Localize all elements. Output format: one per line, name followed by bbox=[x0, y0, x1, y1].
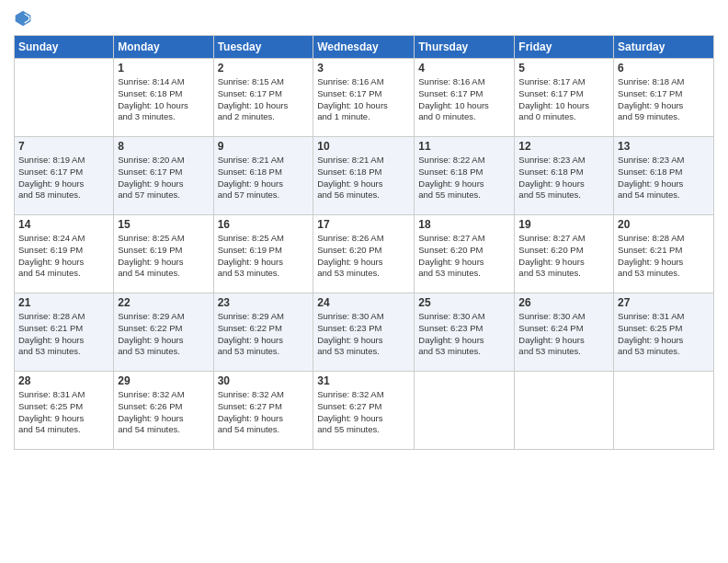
calendar-cell: 7Sunrise: 8:19 AMSunset: 6:17 PMDaylight… bbox=[15, 137, 114, 215]
weekday-header-saturday: Saturday bbox=[614, 36, 714, 59]
day-info: Sunrise: 8:32 AMSunset: 6:27 PMDaylight:… bbox=[317, 389, 410, 436]
day-number: 13 bbox=[618, 140, 710, 153]
calendar-cell: 27Sunrise: 8:31 AMSunset: 6:25 PMDayligh… bbox=[614, 293, 714, 372]
day-number: 7 bbox=[18, 140, 109, 153]
calendar-cell: 25Sunrise: 8:30 AMSunset: 6:23 PMDayligh… bbox=[415, 293, 515, 372]
calendar-cell: 29Sunrise: 8:32 AMSunset: 6:26 PMDayligh… bbox=[114, 372, 213, 450]
day-number: 22 bbox=[118, 296, 209, 309]
calendar-cell: 6Sunrise: 8:18 AMSunset: 6:17 PMDaylight… bbox=[614, 59, 714, 137]
day-info: Sunrise: 8:30 AMSunset: 6:24 PMDaylight:… bbox=[518, 311, 609, 358]
day-info: Sunrise: 8:32 AMSunset: 6:26 PMDaylight:… bbox=[118, 389, 209, 436]
day-info: Sunrise: 8:30 AMSunset: 6:23 PMDaylight:… bbox=[418, 311, 510, 358]
day-info: Sunrise: 8:22 AMSunset: 6:18 PMDaylight:… bbox=[418, 155, 510, 201]
weekday-header-wednesday: Wednesday bbox=[313, 36, 415, 59]
calendar-cell: 12Sunrise: 8:23 AMSunset: 6:18 PMDayligh… bbox=[515, 137, 614, 215]
weekday-header-sunday: Sunday bbox=[15, 36, 114, 59]
calendar-week-row: 21Sunrise: 8:28 AMSunset: 6:21 PMDayligh… bbox=[15, 293, 714, 372]
day-info: Sunrise: 8:16 AMSunset: 6:17 PMDaylight:… bbox=[317, 76, 410, 123]
calendar-cell: 3Sunrise: 8:16 AMSunset: 6:17 PMDaylight… bbox=[313, 59, 415, 137]
day-number: 16 bbox=[218, 218, 310, 231]
page-header bbox=[14, 9, 714, 28]
day-number: 23 bbox=[218, 296, 310, 309]
calendar-cell: 16Sunrise: 8:25 AMSunset: 6:19 PMDayligh… bbox=[213, 215, 313, 293]
calendar-cell: 10Sunrise: 8:21 AMSunset: 6:18 PMDayligh… bbox=[313, 137, 415, 215]
calendar-week-row: 1Sunrise: 8:14 AMSunset: 6:18 PMDaylight… bbox=[15, 59, 714, 137]
day-info: Sunrise: 8:27 AMSunset: 6:20 PMDaylight:… bbox=[518, 233, 609, 280]
calendar-cell bbox=[415, 372, 515, 450]
calendar-cell: 26Sunrise: 8:30 AMSunset: 6:24 PMDayligh… bbox=[515, 293, 614, 372]
weekday-header-monday: Monday bbox=[114, 36, 213, 59]
day-number: 5 bbox=[518, 62, 609, 75]
page-container: SundayMondayTuesdayWednesdayThursdayFrid… bbox=[0, 0, 728, 563]
calendar-cell: 17Sunrise: 8:26 AMSunset: 6:20 PMDayligh… bbox=[313, 215, 415, 293]
calendar-week-row: 28Sunrise: 8:31 AMSunset: 6:25 PMDayligh… bbox=[15, 372, 714, 450]
day-number: 12 bbox=[518, 140, 609, 153]
calendar-cell: 22Sunrise: 8:29 AMSunset: 6:22 PMDayligh… bbox=[114, 293, 213, 372]
day-number: 3 bbox=[317, 62, 410, 75]
day-info: Sunrise: 8:24 AMSunset: 6:19 PMDaylight:… bbox=[18, 233, 109, 280]
calendar-week-row: 7Sunrise: 8:19 AMSunset: 6:17 PMDaylight… bbox=[15, 137, 714, 215]
calendar-cell bbox=[15, 59, 114, 137]
calendar-cell: 4Sunrise: 8:16 AMSunset: 6:17 PMDaylight… bbox=[415, 59, 515, 137]
calendar-cell: 30Sunrise: 8:32 AMSunset: 6:27 PMDayligh… bbox=[213, 372, 313, 450]
calendar-table: SundayMondayTuesdayWednesdayThursdayFrid… bbox=[14, 35, 714, 450]
day-number: 29 bbox=[118, 374, 209, 387]
calendar-cell: 11Sunrise: 8:22 AMSunset: 6:18 PMDayligh… bbox=[415, 137, 515, 215]
day-number: 19 bbox=[518, 218, 609, 231]
day-number: 8 bbox=[118, 140, 209, 153]
calendar-cell: 13Sunrise: 8:23 AMSunset: 6:18 PMDayligh… bbox=[614, 137, 714, 215]
day-info: Sunrise: 8:29 AMSunset: 6:22 PMDaylight:… bbox=[218, 311, 310, 358]
calendar-cell: 21Sunrise: 8:28 AMSunset: 6:21 PMDayligh… bbox=[15, 293, 114, 372]
day-info: Sunrise: 8:17 AMSunset: 6:17 PMDaylight:… bbox=[518, 76, 609, 123]
day-info: Sunrise: 8:18 AMSunset: 6:17 PMDaylight:… bbox=[618, 76, 710, 123]
day-info: Sunrise: 8:20 AMSunset: 6:17 PMDaylight:… bbox=[118, 155, 209, 201]
day-info: Sunrise: 8:31 AMSunset: 6:25 PMDaylight:… bbox=[18, 389, 109, 436]
day-info: Sunrise: 8:28 AMSunset: 6:21 PMDaylight:… bbox=[18, 311, 109, 358]
day-info: Sunrise: 8:26 AMSunset: 6:20 PMDaylight:… bbox=[317, 233, 410, 280]
day-info: Sunrise: 8:28 AMSunset: 6:21 PMDaylight:… bbox=[618, 233, 710, 280]
calendar-cell: 19Sunrise: 8:27 AMSunset: 6:20 PMDayligh… bbox=[515, 215, 614, 293]
calendar-cell bbox=[515, 372, 614, 450]
calendar-cell: 31Sunrise: 8:32 AMSunset: 6:27 PMDayligh… bbox=[313, 372, 415, 450]
calendar-cell: 15Sunrise: 8:25 AMSunset: 6:19 PMDayligh… bbox=[114, 215, 213, 293]
calendar-cell: 23Sunrise: 8:29 AMSunset: 6:22 PMDayligh… bbox=[213, 293, 313, 372]
weekday-header-friday: Friday bbox=[515, 36, 614, 59]
weekday-header-row: SundayMondayTuesdayWednesdayThursdayFrid… bbox=[15, 36, 714, 59]
day-info: Sunrise: 8:23 AMSunset: 6:18 PMDaylight:… bbox=[518, 155, 609, 201]
day-number: 31 bbox=[317, 374, 410, 387]
day-number: 10 bbox=[317, 140, 410, 153]
day-number: 27 bbox=[618, 296, 710, 309]
calendar-cell: 8Sunrise: 8:20 AMSunset: 6:17 PMDaylight… bbox=[114, 137, 213, 215]
day-info: Sunrise: 8:29 AMSunset: 6:22 PMDaylight:… bbox=[118, 311, 209, 358]
calendar-cell: 2Sunrise: 8:15 AMSunset: 6:17 PMDaylight… bbox=[213, 59, 313, 137]
calendar-cell: 20Sunrise: 8:28 AMSunset: 6:21 PMDayligh… bbox=[614, 215, 714, 293]
calendar-cell: 18Sunrise: 8:27 AMSunset: 6:20 PMDayligh… bbox=[415, 215, 515, 293]
day-number: 6 bbox=[618, 62, 710, 75]
day-number: 30 bbox=[218, 374, 310, 387]
day-number: 18 bbox=[418, 218, 510, 231]
day-number: 25 bbox=[418, 296, 510, 309]
day-info: Sunrise: 8:16 AMSunset: 6:17 PMDaylight:… bbox=[418, 76, 510, 123]
weekday-header-thursday: Thursday bbox=[415, 36, 515, 59]
day-info: Sunrise: 8:25 AMSunset: 6:19 PMDaylight:… bbox=[118, 233, 209, 280]
day-number: 2 bbox=[218, 62, 310, 75]
calendar-cell: 1Sunrise: 8:14 AMSunset: 6:18 PMDaylight… bbox=[114, 59, 213, 137]
day-info: Sunrise: 8:14 AMSunset: 6:18 PMDaylight:… bbox=[118, 76, 209, 123]
day-number: 17 bbox=[317, 218, 410, 231]
calendar-cell: 24Sunrise: 8:30 AMSunset: 6:23 PMDayligh… bbox=[313, 293, 415, 372]
day-info: Sunrise: 8:30 AMSunset: 6:23 PMDaylight:… bbox=[317, 311, 410, 358]
weekday-header-tuesday: Tuesday bbox=[213, 36, 313, 59]
day-info: Sunrise: 8:31 AMSunset: 6:25 PMDaylight:… bbox=[618, 311, 710, 358]
day-info: Sunrise: 8:19 AMSunset: 6:17 PMDaylight:… bbox=[18, 155, 109, 201]
day-number: 14 bbox=[18, 218, 109, 231]
day-info: Sunrise: 8:32 AMSunset: 6:27 PMDaylight:… bbox=[218, 389, 310, 436]
day-info: Sunrise: 8:21 AMSunset: 6:18 PMDaylight:… bbox=[317, 155, 410, 201]
day-number: 20 bbox=[618, 218, 710, 231]
calendar-cell: 28Sunrise: 8:31 AMSunset: 6:25 PMDayligh… bbox=[15, 372, 114, 450]
day-info: Sunrise: 8:23 AMSunset: 6:18 PMDaylight:… bbox=[618, 155, 710, 201]
logo bbox=[14, 9, 34, 28]
day-number: 24 bbox=[317, 296, 410, 309]
calendar-week-row: 14Sunrise: 8:24 AMSunset: 6:19 PMDayligh… bbox=[15, 215, 714, 293]
calendar-cell: 9Sunrise: 8:21 AMSunset: 6:18 PMDaylight… bbox=[213, 137, 313, 215]
calendar-cell: 5Sunrise: 8:17 AMSunset: 6:17 PMDaylight… bbox=[515, 59, 614, 137]
